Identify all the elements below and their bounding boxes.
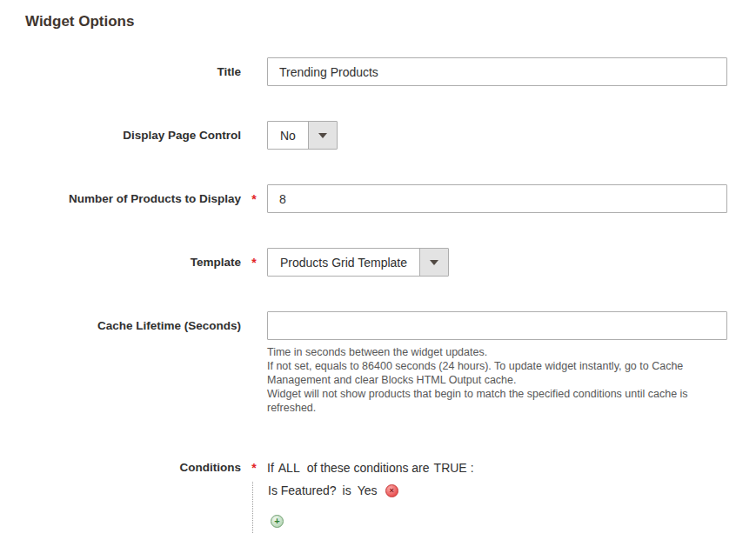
template-required-mark: * — [241, 248, 267, 271]
num-products-input[interactable] — [267, 184, 727, 213]
note-line: If not set, equals to 86400 seconds (24 … — [267, 359, 702, 387]
field-row-num-products: Number of Products to Display * — [0, 184, 756, 213]
condition-operator[interactable]: is — [343, 482, 351, 499]
template-label: Template — [0, 248, 241, 271]
conditions-rule-tree: Is Featured? is Yes × + — [252, 482, 737, 533]
conditions-required-mark: * — [241, 453, 267, 477]
display-page-control-select[interactable]: No — [267, 121, 338, 150]
template-selected-value: Products Grid Template — [268, 249, 419, 276]
widget-options-panel: Widget Options Title Display Page Contro… — [0, 0, 756, 533]
conditions-summary-suffix: : — [471, 461, 474, 475]
conditions-summary-prefix: If — [267, 461, 274, 475]
conditions-label: Conditions — [0, 453, 241, 477]
cache-lifetime-label: Cache Lifetime (Seconds) — [0, 311, 241, 335]
title-required-mark — [241, 57, 267, 63]
field-row-cache-lifetime: Cache Lifetime (Seconds) Time in seconds… — [0, 311, 756, 415]
remove-condition-icon[interactable]: × — [385, 484, 398, 497]
cache-lifetime-required-mark — [241, 311, 267, 317]
condition-value[interactable]: Yes — [358, 482, 378, 499]
num-products-required-mark: * — [241, 184, 267, 208]
conditions-aggregator[interactable]: ALL — [278, 461, 300, 475]
conditions-summary: IfALLof these conditions areTRUE: — [267, 453, 737, 477]
note-line: Time in seconds between the widget updat… — [267, 345, 702, 359]
cache-lifetime-input[interactable] — [267, 311, 727, 340]
template-select[interactable]: Products Grid Template — [267, 248, 449, 277]
caret-down-icon — [430, 260, 438, 265]
dropdown-arrow-box[interactable] — [308, 122, 337, 149]
caret-down-icon — [318, 133, 327, 138]
add-condition-icon[interactable]: + — [271, 515, 284, 528]
page-title: Widget Options — [25, 11, 756, 31]
field-row-template: Template * Products Grid Template — [0, 248, 756, 277]
display-page-control-label: Display Page Control — [0, 121, 241, 144]
display-page-control-required-mark — [241, 121, 267, 127]
condition-rule-row: Is Featured? is Yes × — [268, 482, 737, 499]
conditions-summary-middle: of these conditions are — [307, 461, 430, 475]
note-line: Widget will not show products that begin… — [267, 387, 702, 415]
add-condition-row: + — [268, 515, 737, 528]
num-products-label: Number of Products to Display — [0, 184, 241, 208]
cache-lifetime-note: Time in seconds between the widget updat… — [267, 345, 702, 415]
title-label: Title — [0, 57, 241, 81]
condition-attribute[interactable]: Is Featured? — [268, 482, 337, 499]
field-row-title: Title — [0, 57, 756, 86]
field-row-display-page-control: Display Page Control No — [0, 121, 756, 150]
display-page-control-selected-value: No — [268, 122, 308, 149]
conditions-value[interactable]: TRUE — [434, 461, 467, 475]
field-row-conditions: Conditions * IfALLof these conditions ar… — [0, 453, 756, 533]
title-input[interactable] — [267, 57, 727, 86]
dropdown-arrow-box[interactable] — [419, 249, 448, 276]
